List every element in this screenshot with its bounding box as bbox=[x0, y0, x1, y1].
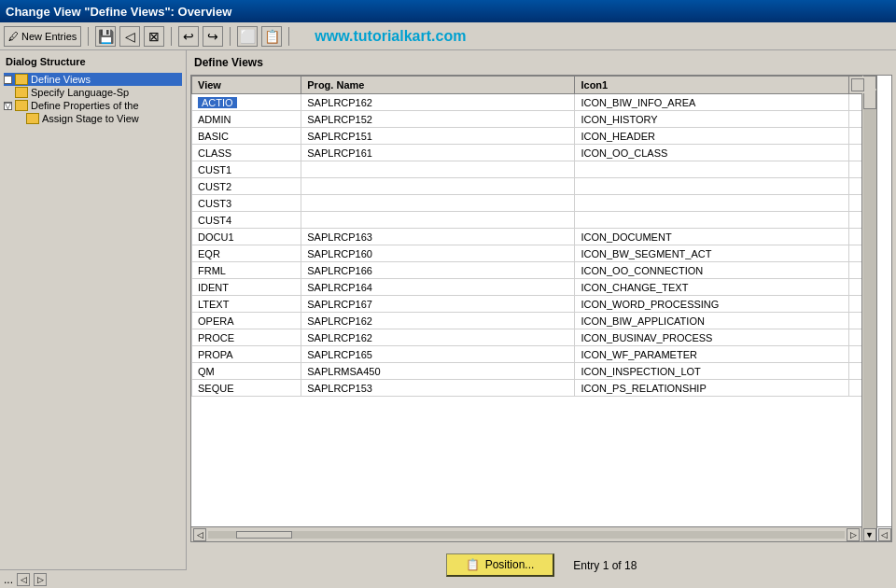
cell-prog-name: SAPLRCP165 bbox=[301, 346, 575, 363]
cell-prog-name bbox=[301, 178, 575, 195]
cell-view: QM bbox=[192, 363, 301, 380]
sidebar-item-define-properties[interactable]: ▽ Define Properties of the bbox=[4, 99, 182, 112]
sidebar-nav-left[interactable]: ◁ bbox=[17, 573, 30, 586]
vertical-scrollbar[interactable]: ▲ ▼ bbox=[861, 76, 876, 541]
data-table: View Prog. Name Icon1 ACTIOSAPLRCP162ICO… bbox=[191, 76, 876, 397]
col-view: View bbox=[192, 77, 301, 94]
cell-icon1 bbox=[575, 212, 848, 229]
cell-view: PROPA bbox=[192, 346, 301, 363]
content-title: Define Views bbox=[190, 54, 892, 71]
separator-4 bbox=[288, 27, 289, 46]
cell-prog-name: SAPLRCP167 bbox=[301, 296, 575, 313]
cell-icon1 bbox=[575, 178, 848, 195]
sidebar-label-2: Specify Language-Sp bbox=[31, 87, 129, 98]
table-row[interactable]: OPERASAPLRCP162ICON_BIW_APPLICATION bbox=[192, 313, 876, 329]
table-row[interactable]: PROPASAPLRCP165ICON_WF_PARAMETER bbox=[192, 346, 876, 363]
new-entries-icon: 🖊 bbox=[8, 31, 19, 42]
table-row[interactable]: SEQUESAPLRCP153ICON_PS_RELATIONSHIP bbox=[192, 380, 876, 397]
separator-1 bbox=[88, 27, 89, 46]
cell-icon1: ICON_PS_RELATIONSHIP bbox=[575, 380, 848, 397]
position-label: Position... bbox=[485, 558, 535, 571]
table-row[interactable]: CUST4 bbox=[192, 212, 876, 229]
copy-button[interactable]: ⬜ bbox=[237, 26, 258, 47]
sidebar-item-define-views[interactable]: ▽ Define Views bbox=[4, 73, 182, 86]
table-row[interactable]: IDENTSAPLRCP164ICON_CHANGE_TEXT bbox=[192, 279, 876, 296]
footer-area: 📋 Position... Entry 1 of 18 bbox=[190, 546, 892, 584]
table-row[interactable]: QMSAPLRMSA450ICON_INSPECTION_LOT bbox=[192, 363, 876, 380]
scroll-thumb-h[interactable] bbox=[236, 531, 292, 539]
window-title: Change View "Define Views": Overview bbox=[6, 5, 231, 19]
cell-prog-name bbox=[301, 161, 575, 178]
cell-view: CUST4 bbox=[192, 212, 301, 229]
cell-prog-name: SAPLRCP153 bbox=[301, 380, 575, 397]
scroll-down-btn[interactable]: ▼ bbox=[863, 528, 876, 541]
cell-prog-name: SAPLRCP162 bbox=[301, 94, 575, 111]
cell-prog-name: SAPLRCP166 bbox=[301, 262, 575, 279]
sidebar-title: Dialog Structure bbox=[4, 54, 182, 69]
cell-icon1 bbox=[575, 161, 848, 178]
table-row[interactable]: EQRSAPLRCP160ICON_BW_SEGMENT_ACT bbox=[192, 245, 876, 262]
folder-icon-2 bbox=[15, 87, 28, 98]
table-row[interactable]: DOCU1SAPLRCP163ICON_DOCUMENT bbox=[192, 229, 876, 245]
back-button[interactable]: ◁ bbox=[119, 26, 140, 47]
cell-view: FRML bbox=[192, 262, 301, 279]
table-scroll[interactable]: View Prog. Name Icon1 ACTIOSAPLRCP162ICO… bbox=[191, 76, 876, 526]
folder-icon-1 bbox=[15, 74, 28, 85]
cell-prog-name: SAPLRCP162 bbox=[301, 329, 575, 346]
sidebar: Dialog Structure ▽ Define Views Specify … bbox=[0, 50, 187, 588]
cell-prog-name bbox=[301, 195, 575, 212]
separator-2 bbox=[171, 27, 172, 46]
table-row[interactable]: PROCESAPLRCP162ICON_BUSINAV_PROCESS bbox=[192, 329, 876, 346]
folder-icon-4 bbox=[26, 113, 39, 124]
table-row[interactable]: BASICSAPLRCP151ICON_HEADER bbox=[192, 128, 876, 145]
cell-icon1: ICON_HISTORY bbox=[575, 111, 848, 128]
expand-icon-2: ▽ bbox=[4, 102, 12, 110]
cell-prog-name: SAPLRCP162 bbox=[301, 313, 575, 329]
col-icon1: Icon1 bbox=[575, 77, 848, 94]
table-row[interactable]: ACTIOSAPLRCP162ICON_BIW_INFO_AREA bbox=[192, 94, 876, 111]
folder-icon-3 bbox=[15, 100, 28, 111]
cell-icon1: ICON_WORD_PROCESSING bbox=[575, 296, 848, 313]
cell-view: PROCE bbox=[192, 329, 301, 346]
cell-view: CUST2 bbox=[192, 178, 301, 195]
cell-icon1: ICON_OO_CLASS bbox=[575, 145, 848, 161]
new-entries-button[interactable]: 🖊 New Entries bbox=[4, 26, 81, 47]
table-row[interactable]: ADMINSAPLRCP152ICON_HISTORY bbox=[192, 111, 876, 128]
cell-prog-name bbox=[301, 212, 575, 229]
undo-button[interactable]: ↩ bbox=[178, 26, 199, 47]
cell-view: EQR bbox=[192, 245, 301, 262]
table-row[interactable]: FRMLSAPLRCP166ICON_OO_CONNECTION bbox=[192, 262, 876, 279]
scroll-track-v bbox=[863, 89, 876, 528]
title-bar: Change View "Define Views": Overview bbox=[0, 0, 896, 22]
table-row[interactable]: CLASSSAPLRCP161ICON_OO_CLASS bbox=[192, 145, 876, 161]
cell-view: DOCU1 bbox=[192, 229, 301, 245]
cell-prog-name: SAPLRCP160 bbox=[301, 245, 575, 262]
scroll-right-btn[interactable]: ▷ bbox=[847, 528, 860, 541]
sidebar-nav-right[interactable]: ▷ bbox=[34, 573, 47, 586]
separator-3 bbox=[230, 27, 231, 46]
save-button[interactable]: 💾 bbox=[95, 26, 116, 47]
horizontal-scrollbar[interactable]: ◁ ▷ bbox=[191, 526, 861, 541]
table-container: View Prog. Name Icon1 ACTIOSAPLRCP162ICO… bbox=[190, 75, 892, 542]
sidebar-item-assign-stage[interactable]: Assign Stage to View bbox=[4, 112, 182, 125]
content-area: Define Views View Prog. Name Icon1 bbox=[187, 50, 896, 588]
paste-button[interactable]: 📋 bbox=[261, 26, 282, 47]
redo-button[interactable]: ↪ bbox=[203, 26, 223, 47]
cell-icon1: ICON_INSPECTION_LOT bbox=[575, 363, 848, 380]
table-row[interactable]: CUST1 bbox=[192, 161, 876, 178]
col-selector bbox=[848, 77, 875, 94]
table-row[interactable]: CUST3 bbox=[192, 195, 876, 212]
scroll-corner-left[interactable]: ◁ bbox=[878, 528, 891, 541]
position-button[interactable]: 📋 Position... bbox=[446, 553, 555, 577]
sidebar-label-4: Assign Stage to View bbox=[42, 113, 139, 124]
sidebar-label-3: Define Properties of the bbox=[31, 100, 139, 111]
table-row[interactable]: CUST2 bbox=[192, 178, 876, 195]
exit-button[interactable]: ⊠ bbox=[144, 26, 164, 47]
entry-info: Entry 1 of 18 bbox=[573, 559, 637, 572]
cell-view: ADMIN bbox=[192, 111, 301, 128]
scroll-left-btn[interactable]: ◁ bbox=[193, 528, 206, 541]
sidebar-item-language[interactable]: Specify Language-Sp bbox=[4, 86, 182, 99]
cell-view: OPERA bbox=[192, 313, 301, 329]
table-row[interactable]: LTEXTSAPLRCP167ICON_WORD_PROCESSING bbox=[192, 296, 876, 313]
cell-icon1: ICON_OO_CONNECTION bbox=[575, 262, 848, 279]
